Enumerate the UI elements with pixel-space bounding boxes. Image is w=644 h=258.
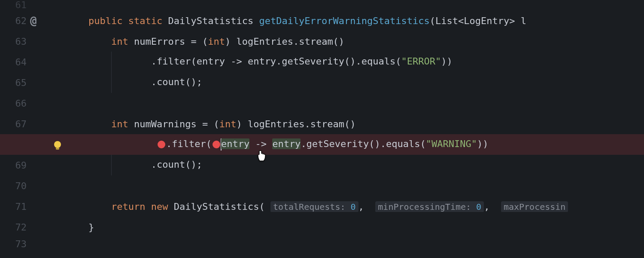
keyword-int-cast: int [208, 36, 225, 47]
close-brace: } [88, 222, 94, 233]
code-line[interactable]: 71 return new DailyStatistics( totalRequ… [0, 196, 644, 217]
string-literal: "WARNING" [426, 138, 477, 149]
code-line[interactable]: 63 int numErrors = (int) logEntries.stre… [0, 31, 644, 52]
line-number: 63 [0, 36, 30, 47]
line-number: 61 [0, 0, 30, 10]
constructor-call: DailyStatistics( [174, 201, 265, 212]
code-content[interactable]: .count(); [88, 155, 644, 175]
lambda-expr: entry [272, 138, 301, 149]
lambda-body: entry.getSeverity().equals( [248, 56, 401, 67]
keyword-int-cast: int [219, 119, 237, 129]
inlay-hint: totalRequests: 0 [270, 201, 358, 212]
lightbulb-icon[interactable] [54, 141, 61, 148]
stream-call: logEntries.stream() [236, 36, 344, 47]
code-line[interactable]: 69 .count(); [0, 155, 644, 175]
inlay-hint: maxProcessin [501, 201, 568, 212]
code-editor[interactable]: 61 62 @ public static DailyStatistics ge… [0, 0, 644, 258]
line-number: 71 [0, 201, 30, 212]
line-number: 70 [0, 181, 30, 191]
lambda-param: entry [221, 138, 249, 149]
code-content[interactable]: .filter(entry -> entry.getSeverity().equ… [88, 138, 644, 150]
count-call: .count(); [151, 77, 202, 87]
var-name: numWarnings [134, 119, 197, 129]
return-type: DailyStatistics [168, 15, 253, 26]
code-line[interactable]: 62 @ public static DailyStatistics getDa… [0, 10, 644, 31]
code-content[interactable]: .filter(entry -> entry.getSeverity().equ… [88, 52, 644, 72]
code-line[interactable]: 64 .filter(entry -> entry.getSeverity().… [0, 52, 644, 72]
filter-call: .filter( [151, 56, 197, 67]
keyword-new: new [151, 201, 168, 212]
var-name: numErrors [134, 36, 185, 47]
string-literal: "ERROR" [401, 56, 441, 67]
inlay-hint: minProcessingTime: 0 [375, 201, 484, 212]
code-line[interactable]: 61 [0, 0, 644, 10]
code-content[interactable]: .count(); [88, 72, 644, 93]
line-number: 69 [0, 160, 30, 171]
gutter-margin[interactable]: @ [30, 14, 54, 27]
stream-call: logEntries.stream() [248, 119, 356, 129]
code-line[interactable]: 67 int numWarnings = (int) logEntries.st… [0, 114, 644, 134]
code-content[interactable]: int numWarnings = (int) logEntries.strea… [88, 119, 644, 129]
code-content[interactable]: } [88, 222, 644, 233]
code-line[interactable]: 73 [0, 237, 644, 250]
keyword-public: public [88, 15, 122, 26]
signature-tail: (List<LogEntry> l [430, 15, 526, 26]
inline-breakpoint-icon[interactable] [158, 141, 165, 148]
keyword-static: static [128, 15, 162, 26]
filter-call: .filter( [166, 138, 212, 149]
line-number: 64 [0, 57, 30, 68]
code-line[interactable]: 70 [0, 175, 644, 196]
line-number: 65 [0, 77, 30, 88]
keyword-return: return [111, 201, 145, 212]
count-call: .count(); [151, 159, 202, 170]
keyword-int: int [111, 36, 128, 47]
code-content[interactable]: public static DailyStatistics getDailyEr… [88, 15, 644, 26]
code-line[interactable]: 66 [0, 93, 644, 114]
lambda-param: entry [197, 56, 225, 67]
code-content[interactable]: return new DailyStatistics( totalRequest… [88, 201, 644, 212]
line-number: 73 [0, 239, 30, 249]
left-margin[interactable] [54, 141, 88, 148]
code-line[interactable]: 65 .count(); [0, 72, 644, 93]
line-number: 67 [0, 119, 30, 129]
line-number: 72 [0, 222, 30, 233]
keyword-int: int [111, 119, 128, 129]
override-icon[interactable]: @ [30, 14, 37, 27]
inline-breakpoint-icon[interactable] [213, 141, 220, 148]
code-line[interactable]: 72 } [0, 217, 644, 237]
line-number: 66 [0, 98, 30, 109]
method-name: getDailyErrorWarningStatistics [259, 15, 429, 26]
line-number: 62 [0, 15, 30, 26]
code-line-active[interactable]: .filter(entry -> entry.getSeverity().equ… [0, 134, 644, 155]
code-content[interactable]: int numErrors = (int) logEntries.stream(… [88, 36, 644, 47]
